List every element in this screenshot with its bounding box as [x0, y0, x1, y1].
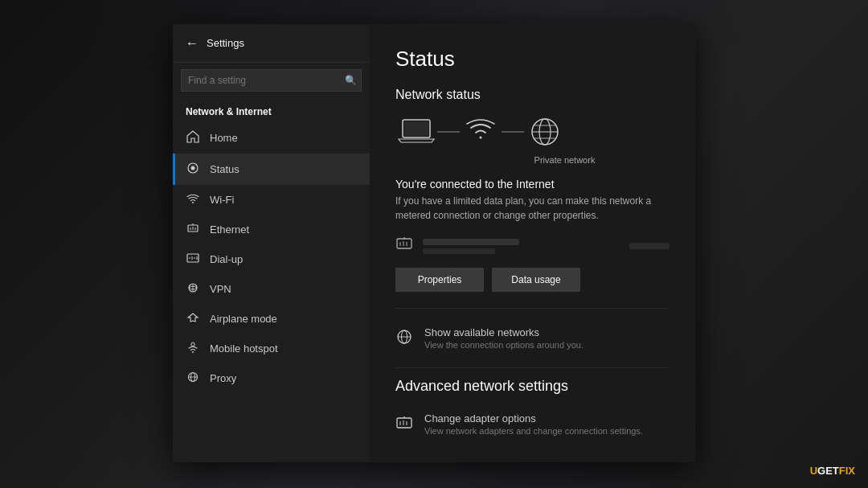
network-adapter-icon [395, 236, 413, 256]
hotspot-icon [186, 342, 200, 355]
page-title: Status [395, 47, 669, 72]
divider-2 [395, 367, 669, 368]
network-info-row [395, 236, 669, 256]
change-adapter-text: Change adapter options View network adap… [424, 412, 643, 436]
sidebar-item-home-label: Home [210, 132, 238, 144]
watermark-fix: FIX [839, 465, 855, 477]
sidebar-title: Settings [207, 37, 244, 49]
change-adapter-icon [395, 414, 413, 436]
network-name-bar [423, 239, 519, 245]
show-networks-desc: View the connection options around you. [424, 340, 583, 350]
watermark: U GET FIX [810, 465, 855, 477]
airplane-icon [186, 312, 200, 326]
network-status-title: Network status [395, 88, 669, 102]
properties-button[interactable]: Properties [395, 268, 484, 292]
svg-point-1 [191, 166, 195, 170]
globe-icon [524, 115, 566, 149]
sidebar-item-vpn[interactable]: VPN [173, 274, 370, 304]
network-detail-bar [423, 248, 495, 254]
home-icon [186, 130, 200, 146]
network-diagram [395, 115, 669, 149]
vpn-icon [186, 282, 200, 296]
wifi-router-icon [460, 115, 502, 149]
change-adapter-title: Change adapter options [424, 412, 643, 424]
show-networks-action[interactable]: Show available networks View the connect… [395, 318, 669, 358]
proxy-icon [186, 371, 200, 385]
sidebar-item-proxy-label: Proxy [210, 372, 236, 384]
connected-desc: If you have a limited data plan, you can… [395, 194, 669, 223]
svg-rect-19 [404, 121, 428, 136]
back-button[interactable]: ← [186, 37, 199, 50]
show-networks-text: Show available networks View the connect… [424, 326, 583, 350]
divider-1 [395, 308, 669, 309]
sidebar-item-airplane-label: Airplane mode [210, 313, 277, 325]
network-ip-bar [629, 243, 669, 249]
sidebar-item-status-label: Status [210, 163, 240, 175]
sidebar-item-dialup-label: Dial-up [210, 253, 243, 265]
net-line-1 [437, 131, 460, 133]
dialup-icon [186, 252, 200, 266]
sidebar-item-home[interactable]: Home [173, 122, 370, 154]
show-networks-icon [395, 328, 413, 350]
show-networks-title: Show available networks [424, 326, 583, 338]
main-content: Status Network status [370, 24, 695, 462]
ethernet-icon [186, 223, 200, 236]
laptop-icon [395, 115, 437, 149]
sidebar-item-hotspot-label: Mobile hotspot [210, 342, 278, 355]
svg-rect-33 [397, 418, 411, 428]
svg-rect-25 [397, 239, 411, 248]
sidebar-item-dialup[interactable]: Dial-up [173, 244, 370, 274]
data-usage-button[interactable]: Data usage [492, 268, 580, 292]
network-info-text [423, 239, 620, 254]
sidebar-item-ethernet[interactable]: Ethernet [173, 215, 370, 244]
action-buttons: Properties Data usage [395, 268, 669, 292]
sidebar-section-label: Network & Internet [173, 98, 370, 122]
sidebar: ← Settings 🔍 Network & Internet Home [173, 24, 370, 462]
sidebar-item-proxy[interactable]: Proxy [173, 363, 370, 393]
search-input[interactable] [181, 69, 362, 92]
sidebar-item-vpn-label: VPN [210, 283, 231, 295]
settings-window: ← Settings 🔍 Network & Internet Home [173, 24, 695, 462]
sidebar-item-status[interactable]: Status [173, 154, 370, 185]
search-box: 🔍 [181, 69, 362, 92]
svg-rect-14 [191, 342, 194, 347]
watermark-u: U [810, 465, 817, 477]
advanced-title: Advanced network settings [395, 378, 669, 395]
change-adapter-desc: View network adapters and change connect… [424, 426, 643, 436]
search-icon: 🔍 [345, 75, 357, 86]
wifi-icon [186, 193, 200, 207]
sidebar-item-wifi[interactable]: Wi-Fi [173, 185, 370, 215]
status-icon [186, 162, 200, 177]
connected-title: You're connected to the Internet [395, 178, 669, 191]
sidebar-item-ethernet-label: Ethernet [210, 223, 249, 236]
change-adapter-action[interactable]: Change adapter options View network adap… [395, 404, 669, 444]
net-line-2 [502, 131, 524, 133]
sidebar-header: ← Settings [173, 24, 370, 63]
sidebar-item-wifi-label: Wi-Fi [210, 194, 234, 206]
network-label: Private network [460, 155, 669, 165]
sidebar-item-hotspot[interactable]: Mobile hotspot [173, 334, 370, 363]
watermark-get: GET [817, 465, 839, 477]
sidebar-item-airplane[interactable]: Airplane mode [173, 304, 370, 334]
